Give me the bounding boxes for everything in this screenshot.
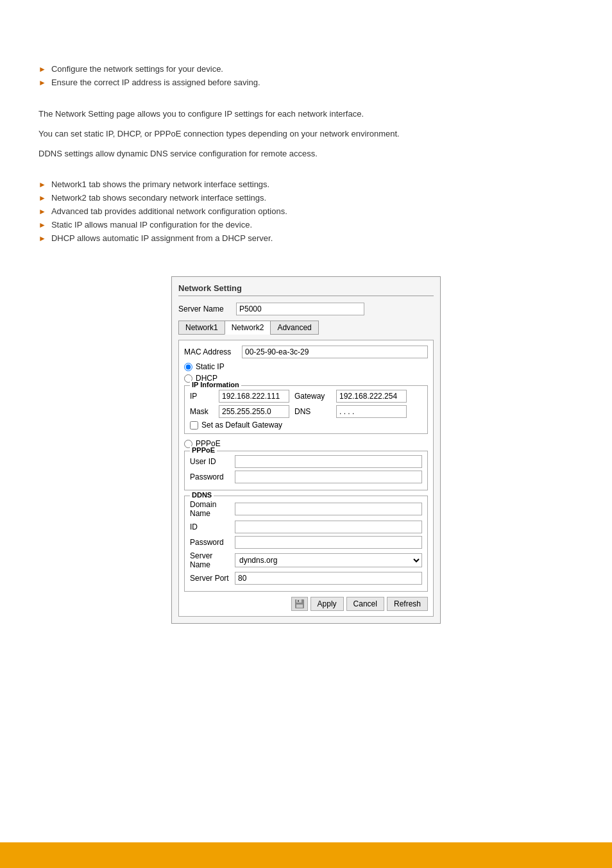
apply-button[interactable]: Apply: [310, 597, 344, 611]
arrow-icon-1: ►: [38, 65, 46, 74]
ddns-id-row: ID: [190, 521, 422, 533]
pppoe-password-label: Password: [190, 472, 235, 481]
gateway-label: Gateway: [294, 392, 336, 401]
btn-row: Apply Cancel Refresh: [184, 597, 428, 611]
mac-label: MAC Address: [184, 347, 242, 356]
ddns-server-name-label: Server Name: [190, 551, 235, 569]
paragraph-2: You can set static IP, DHCP, or PPPoE co…: [38, 128, 574, 141]
paragraph-3: DDNS settings allow dynamic DNS service …: [38, 147, 574, 161]
tab-advanced[interactable]: Advanced: [270, 321, 318, 335]
pppoe-radio-row: PPPoE: [184, 439, 428, 448]
gateway-input[interactable]: [336, 390, 407, 403]
bottom-bullets: ► Network1 tab shows the primary network…: [38, 179, 574, 243]
cancel-button[interactable]: Cancel: [346, 597, 384, 611]
domain-name-label: Domain Name: [190, 500, 235, 518]
arrow-icon-5: ►: [38, 207, 46, 216]
static-ip-radio-row: Static IP: [184, 362, 428, 371]
arrow-icon-2: ►: [38, 78, 46, 87]
pppoe-group: PPPoE User ID Password: [184, 451, 428, 490]
network-body: MAC Address Static IP DHCP IP Informatio…: [178, 340, 434, 617]
ip-label: IP: [190, 392, 219, 401]
bullet-item-4: ► Network2 tab shows secondary network i…: [38, 193, 574, 203]
server-port-row: Server Port: [190, 572, 422, 585]
bullet-item-5: ► Advanced tab provides additional netwo…: [38, 206, 574, 216]
domain-name-input[interactable]: [235, 503, 422, 515]
mask-row: Mask DNS: [190, 405, 422, 418]
ddns-server-name-select[interactable]: dyndns.org no-ip.com custom: [235, 553, 422, 567]
user-id-row: User ID: [190, 455, 422, 468]
panel-title: Network Setting: [178, 283, 434, 296]
ddns-id-input[interactable]: [235, 521, 422, 533]
user-id-input[interactable]: [235, 455, 422, 468]
mask-label: Mask: [190, 407, 219, 416]
server-name-label: Server Name: [178, 305, 236, 313]
network-panel: Network Setting Server Name Network1 Net…: [171, 276, 441, 624]
tab-network2[interactable]: Network2: [225, 321, 271, 335]
static-ip-radio[interactable]: [184, 363, 192, 371]
default-gw-checkbox[interactable]: [190, 421, 198, 430]
top-bullets: ► Configure the network settings for you…: [38, 64, 574, 87]
ddns-group: DDNS Domain Name ID Password Server: [184, 496, 428, 592]
tabs-row: Network1 Network2 Advanced: [178, 321, 434, 335]
ddns-password-label: Password: [190, 538, 235, 547]
floppy-icon-button[interactable]: [291, 597, 308, 611]
bullet-item-2: ► Ensure the correct IP address is assig…: [38, 78, 574, 87]
default-gw-row: Set as Default Gateway: [190, 421, 422, 430]
refresh-button[interactable]: Refresh: [387, 597, 428, 611]
bullet-item-1: ► Configure the network settings for you…: [38, 64, 574, 74]
mac-row: MAC Address: [184, 346, 428, 358]
server-port-input[interactable]: [235, 572, 422, 585]
svg-rect-2: [296, 605, 303, 608]
ddns-id-label: ID: [190, 522, 235, 531]
mask-input[interactable]: [219, 405, 289, 418]
ip-input[interactable]: [219, 390, 289, 403]
ddns-server-name-row: Server Name dyndns.org no-ip.com custom: [190, 551, 422, 569]
domain-name-row: Domain Name: [190, 500, 422, 518]
save-icon: [294, 599, 305, 609]
pppoe-password-input[interactable]: [235, 471, 422, 483]
dns-label: DNS: [294, 407, 336, 416]
panel-container: Network Setting Server Name Network1 Net…: [38, 276, 574, 624]
pppoe-legend: PPPoE: [190, 446, 217, 454]
mac-input[interactable]: [242, 346, 428, 358]
bottom-bar: [0, 842, 612, 868]
ddns-password-input[interactable]: [235, 536, 422, 549]
ip-info-group: IP Information IP Gateway Mask DNS: [184, 385, 428, 434]
pppoe-password-row: Password: [190, 471, 422, 483]
server-port-label: Server Port: [190, 574, 235, 583]
arrow-icon-7: ►: [38, 234, 46, 243]
tab-network1[interactable]: Network1: [178, 321, 225, 335]
user-id-label: User ID: [190, 457, 235, 466]
server-name-input[interactable]: [236, 303, 364, 315]
svg-rect-3: [298, 600, 299, 602]
default-gw-label: Set as Default Gateway: [201, 421, 282, 430]
arrow-icon-4: ►: [38, 194, 46, 203]
ddns-password-row: Password: [190, 536, 422, 549]
ip-row: IP Gateway: [190, 390, 422, 403]
dns-input[interactable]: [336, 405, 407, 418]
bullet-item-6: ► Static IP allows manual IP configurati…: [38, 220, 574, 230]
arrow-icon-6: ►: [38, 221, 46, 230]
server-name-row: Server Name: [178, 303, 434, 315]
bullet-item-3: ► Network1 tab shows the primary network…: [38, 179, 574, 189]
paragraph-1: The Network Setting page allows you to c…: [38, 108, 574, 121]
ip-info-legend: IP Information: [190, 381, 241, 388]
arrow-icon-3: ►: [38, 180, 46, 189]
bullet-item-7: ► DHCP allows automatic IP assignment fr…: [38, 233, 574, 243]
static-ip-label: Static IP: [196, 362, 225, 371]
ddns-legend: DDNS: [190, 491, 214, 499]
